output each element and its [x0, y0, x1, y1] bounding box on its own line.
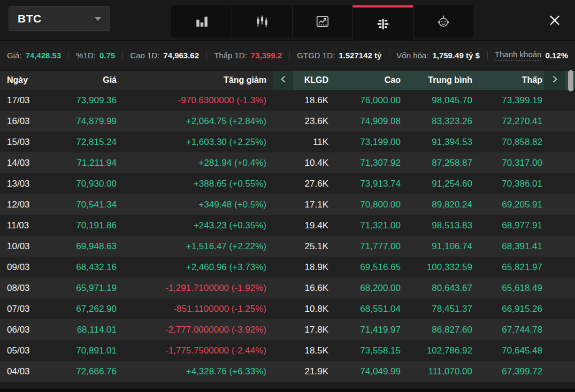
cell-change: -1,291.7100000 (-1.92%) [117, 283, 273, 294]
cell-end-spacer [565, 132, 575, 152]
table-row[interactable]: 10/03 69,948.63 +1,516.47 (+2.22%) 25.1K… [0, 236, 575, 257]
cell-date: 14/03 [0, 158, 59, 168]
cell-end-spacer [565, 278, 575, 298]
stat-label: %1D: [76, 51, 96, 60]
symbol-dropdown[interactable]: BTC [9, 6, 110, 31]
cell-date: 17/03 [0, 95, 59, 106]
cell-low: 65,821.97 [473, 262, 544, 273]
cell-high: 69,516.65 [332, 262, 402, 273]
cell-end-spacer [565, 90, 575, 111]
cell-price: 72,666.76 [59, 366, 117, 377]
cell-high: 73,558.15 [332, 345, 402, 356]
scroll-columns-right-button[interactable] [544, 71, 565, 90]
cell-high: 73,199.00 [332, 137, 402, 148]
table-row[interactable]: 11/03 70,191.86 +243.23 (+0.35%) 19.4K 7… [0, 215, 575, 236]
partial-next-row [0, 382, 575, 389]
cell-average: 86,827.60 [402, 325, 473, 335]
column-header-high: Cao [332, 71, 402, 90]
table-row[interactable]: 04/03 72,666.76 +4,328.76 (+6.33%) 21.9K… [0, 361, 575, 382]
table-header-row: Ngày Giá Tăng giảm KLGD Cao Trung bình T… [0, 70, 575, 90]
cell-change: +243.23 (+0.35%) [117, 220, 273, 231]
cell-end-spacer [565, 298, 575, 319]
close-button[interactable] [545, 12, 564, 31]
cell-low: 68,977.91 [473, 220, 544, 231]
cell-average: 78,451.37 [402, 304, 473, 314]
cell-low: 70,645.48 [473, 345, 544, 356]
table-row[interactable]: 14/03 71,211.94 +281.94 (+0.4%) 10.4K 71… [0, 152, 575, 173]
cell-price: 69,948.63 [59, 241, 117, 252]
cell-average: 100,332.59 [402, 262, 473, 273]
table-body: 17/03 73,909.36 -970.6300000 (-1.3%) 18.… [0, 90, 575, 382]
tab-bar-chart[interactable] [171, 5, 232, 37]
cell-change: -851.1100000 (-1.25%) [117, 304, 273, 314]
cell-average: 98,513.83 [402, 220, 473, 231]
stat-label: Thấp 1D: [214, 51, 247, 60]
stat-value: 1.527142 tỷ [339, 51, 381, 60]
stat-label: Giá: [7, 51, 22, 60]
cell-high: 73,913.74 [332, 179, 402, 189]
table-row[interactable]: 13/03 70,930.00 +388.65 (+0.55%) 27.6K 7… [0, 173, 575, 194]
cell-price: 71,211.94 [59, 158, 117, 168]
cell-change: +281.94 (+0.4%) [117, 158, 273, 168]
cell-low: 72,270.41 [473, 116, 544, 127]
cell-volume: 25.1K [293, 241, 332, 252]
cell-volume: 10.8K [293, 304, 332, 314]
stat-item: %1D: 0.75 [76, 51, 115, 60]
cell-high: 71,777.00 [332, 241, 402, 252]
cell-price: 70,891.01 [59, 345, 117, 356]
cell-low: 67,399.72 [473, 366, 544, 377]
cell-volume: 18.5K [293, 345, 332, 356]
cell-change: -970.6300000 (-1.3%) [117, 95, 273, 106]
cell-volume: 18.9K [293, 262, 332, 273]
chevron-left-icon [280, 75, 286, 86]
table-row[interactable]: 07/03 67,262.90 -851.1100000 (-1.25%) 10… [0, 298, 575, 319]
column-header-low: Thấp [473, 71, 544, 90]
table-row[interactable]: 05/03 70,891.01 -1,775.7500000 (-2.44%) … [0, 340, 575, 361]
cell-end-spacer [565, 173, 575, 194]
tab-data-table[interactable] [352, 5, 413, 41]
cell-low: 65,618.49 [473, 283, 544, 294]
stat-item: Thanh khoản 0.12% [495, 50, 568, 60]
cell-change: +388.65 (+0.55%) [117, 179, 273, 189]
stat-label[interactable]: Thanh khoản [495, 50, 542, 60]
cell-low: 69,205.91 [473, 199, 544, 210]
scroll-columns-left-button[interactable] [273, 71, 293, 90]
cell-change: +1,603.30 (+2.25%) [117, 137, 273, 148]
cell-volume: 19.4K [293, 220, 332, 231]
cell-price: 65,971.19 [59, 283, 117, 294]
stat-value: 0.12% [545, 51, 568, 60]
cell-average: 87,258.87 [402, 158, 473, 168]
cell-low: 70,386.01 [473, 179, 544, 189]
vertical-scrollbar-thumb[interactable] [568, 70, 573, 91]
cell-end-spacer [565, 152, 575, 173]
cell-date: 08/03 [0, 283, 59, 294]
tab-ai-bot[interactable] [413, 5, 473, 37]
stat-value: 74,428.53 [26, 51, 62, 60]
cell-end-spacer [565, 361, 575, 382]
tab-line-chart[interactable] [292, 5, 352, 37]
table-row[interactable]: 09/03 68,432.16 +2,460.96 (+3.73%) 18.9K… [0, 257, 575, 278]
stat-item: Vốn hóa: 1,759.49 tỷ $ [396, 51, 479, 60]
cell-volume: 23.6K [293, 116, 332, 127]
cell-high: 74,049.99 [332, 366, 402, 377]
cell-end-spacer [565, 319, 575, 340]
stats-bar: Giá: 74,428.53 %1D: 0.75 Cao 1D: 74,963.… [0, 40, 575, 70]
tab-candlestick-chart[interactable] [232, 5, 292, 37]
table-row[interactable]: 17/03 73,909.36 -970.6300000 (-1.3%) 18.… [0, 90, 575, 111]
close-icon [548, 14, 561, 29]
stat-label: GTGD 1D: [297, 51, 335, 60]
table-row[interactable]: 06/03 68,114.01 -2,777.0000000 (-3.92%) … [0, 319, 575, 340]
cell-date: 10/03 [0, 241, 59, 252]
cell-price: 70,191.86 [59, 220, 117, 231]
symbol-label: BTC [18, 12, 42, 25]
cell-low: 66,915.26 [473, 304, 544, 314]
table-row[interactable]: 16/03 74,879.99 +2,064.75 (+2.84%) 23.6K… [0, 111, 575, 132]
cell-volume: 21.9K [293, 366, 332, 377]
table-row[interactable]: 08/03 65,971.19 -1,291.7100000 (-1.92%) … [0, 278, 575, 298]
table-row[interactable]: 15/03 72,815.24 +1,603.30 (+2.25%) 11K 7… [0, 132, 575, 152]
table-row[interactable]: 12/03 70,541.34 +349.48 (+0.5%) 17.1K 70… [0, 194, 575, 215]
cell-high: 71,419.97 [332, 325, 402, 335]
cell-date: 13/03 [0, 179, 59, 189]
cell-low: 70,317.00 [473, 158, 544, 168]
cell-average: 91,106.74 [402, 241, 473, 252]
